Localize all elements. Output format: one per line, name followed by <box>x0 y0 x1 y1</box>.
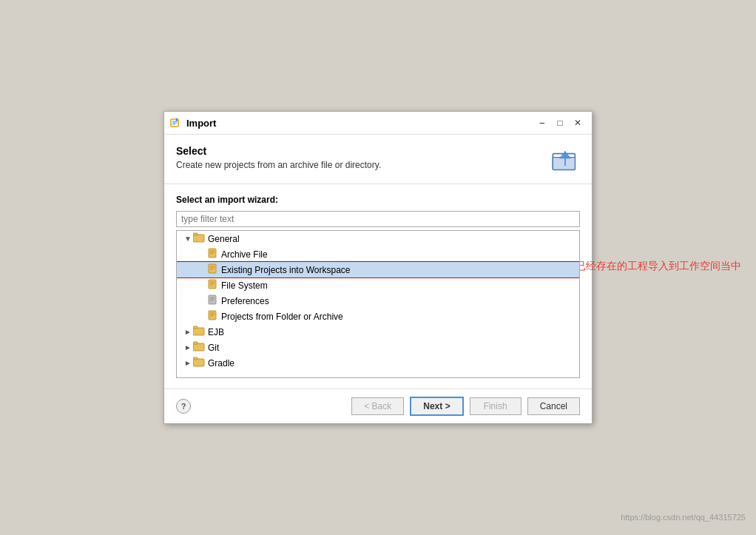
file-icon <box>208 279 218 292</box>
tree-item[interactable]: Existing Projects into Workspace <box>177 262 579 277</box>
tree-item[interactable]: Preferences <box>177 293 579 309</box>
header-text: Select Create new projects from an archi… <box>176 145 381 170</box>
svg-rect-32 <box>193 326 198 329</box>
svg-rect-34 <box>193 342 198 344</box>
file-icon <box>208 310 218 323</box>
close-button[interactable]: ✕ <box>570 116 586 129</box>
collapse-icon: ▼ <box>183 235 193 243</box>
back-button[interactable]: < Back <box>351 397 404 415</box>
tree-item-label: Preferences <box>221 296 269 306</box>
svg-rect-15 <box>209 264 216 273</box>
title-bar: Import ‒ □ ✕ <box>164 112 592 135</box>
tree-item-label: Gradle <box>208 358 234 369</box>
svg-rect-27 <box>209 311 216 320</box>
filter-input[interactable] <box>176 211 580 227</box>
next-button[interactable]: Next > <box>410 397 463 416</box>
folder-icon <box>193 232 205 245</box>
dialog-footer: ? < Back Next > Finish Cancel <box>164 388 592 423</box>
finish-button[interactable]: Finish <box>470 397 522 415</box>
svg-rect-19 <box>209 280 216 289</box>
tree-item[interactable]: ► Gradle <box>177 355 579 371</box>
help-button[interactable]: ? <box>176 399 191 414</box>
dialog-title: Import <box>186 118 530 129</box>
annotation-text: 将已经存在的工程导入到工作空间当中 <box>565 260 741 273</box>
maximize-button[interactable]: □ <box>552 116 568 129</box>
dialog-header: Select Create new projects from an archi… <box>164 135 592 184</box>
dialog-icon <box>170 117 182 129</box>
tree-item-label: Projects from Folder or Archive <box>221 312 343 322</box>
svg-rect-9 <box>193 235 204 242</box>
svg-rect-23 <box>209 295 216 304</box>
expand-icon: ► <box>183 359 193 367</box>
watermark-text: https://blog.csdn.net/qq_44315725 <box>621 513 746 522</box>
folder-icon <box>193 326 205 338</box>
wizard-label: Select an import wizard: <box>176 195 580 205</box>
tree-item-label: Existing Projects into Workspace <box>221 265 351 275</box>
tree-item[interactable]: ▼ General <box>177 231 579 246</box>
tree-item-label: Git <box>208 343 219 353</box>
tree-item[interactable]: File System <box>177 277 579 293</box>
dialog-body: Select an import wizard: ▼ General Archi… <box>164 184 592 388</box>
file-icon <box>208 248 218 260</box>
import-dialog: Import ‒ □ ✕ Select Create new projects … <box>163 111 593 424</box>
tree-item-label: EJB <box>208 327 224 337</box>
svg-rect-31 <box>193 328 204 335</box>
tree-root: ▼ General Archive File <box>177 231 579 371</box>
file-icon <box>208 295 218 307</box>
header-icon <box>550 145 580 175</box>
tree-container[interactable]: ▼ General Archive File <box>176 230 580 378</box>
svg-rect-6 <box>553 158 575 170</box>
svg-rect-33 <box>193 343 204 351</box>
expand-icon: ► <box>183 343 193 351</box>
header-title: Select <box>176 145 381 157</box>
svg-rect-36 <box>193 357 198 360</box>
folder-icon <box>193 341 205 354</box>
cancel-button[interactable]: Cancel <box>527 397 580 415</box>
minimize-button[interactable]: ‒ <box>534 116 550 129</box>
tree-item-label: General <box>208 234 240 244</box>
svg-rect-11 <box>209 249 216 258</box>
svg-rect-10 <box>193 233 198 235</box>
svg-rect-35 <box>193 359 204 366</box>
title-icon <box>170 117 182 129</box>
tree-item-label: File System <box>221 280 268 291</box>
tree-item[interactable]: Archive File <box>177 246 579 262</box>
folder-icon <box>193 357 205 369</box>
tree-item[interactable]: ► EJB <box>177 324 579 340</box>
tree-item[interactable]: ► Git <box>177 340 579 355</box>
file-icon <box>208 263 218 276</box>
expand-icon: ► <box>183 328 193 336</box>
tree-item[interactable]: Projects from Folder or Archive <box>177 309 579 324</box>
tree-item-label: Archive File <box>221 249 268 260</box>
header-description: Create new projects from an archive file… <box>176 160 381 170</box>
title-bar-controls: ‒ □ ✕ <box>534 116 586 129</box>
import-icon-svg <box>550 142 580 178</box>
